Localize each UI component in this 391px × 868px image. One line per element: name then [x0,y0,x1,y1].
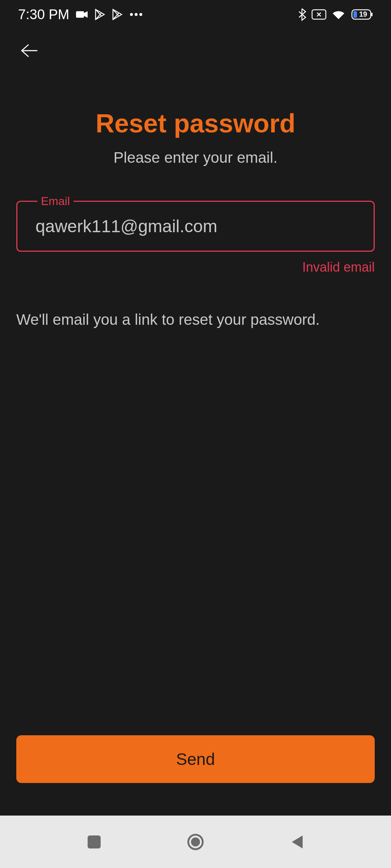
bluetooth-icon [298,8,306,21]
back-button[interactable] [18,40,40,61]
main-content: Reset password Please enter your email. … [0,72,391,331]
back-nav-button[interactable] [286,831,308,853]
video-icon [76,10,88,19]
top-nav [0,29,391,72]
wifi-icon [332,9,345,20]
svg-point-1 [130,13,133,16]
battery-level: 19 [359,10,367,18]
svg-rect-6 [371,13,373,16]
status-left-group: 7:30 PM [18,7,143,22]
no-sim-icon [311,9,327,20]
status-time: 7:30 PM [18,7,70,22]
email-error-text: Invalid email [16,260,375,275]
svg-point-10 [192,838,199,846]
page-title: Reset password [16,109,375,138]
send-button[interactable]: Send [16,735,375,783]
system-nav-bar [0,816,391,868]
svg-point-2 [135,13,138,16]
status-right-group: 19 [298,8,373,21]
more-icon [130,13,143,16]
helper-text: We'll email you a link to reset your pas… [16,309,375,331]
svg-rect-7 [353,11,357,18]
email-field-wrap: Email [16,201,375,252]
email-field-label: Email [37,195,73,208]
email-field[interactable] [35,216,356,236]
svg-point-3 [139,13,142,16]
battery-icon: 19 [350,9,373,20]
svg-rect-8 [88,835,101,848]
svg-rect-0 [76,11,84,18]
home-button[interactable] [185,831,206,853]
recents-button[interactable] [83,831,105,853]
play-store-icon [95,9,106,20]
status-bar: 7:30 PM 19 [0,0,391,29]
play-store-icon-2 [112,9,123,20]
page-subtitle: Please enter your email. [16,149,375,166]
